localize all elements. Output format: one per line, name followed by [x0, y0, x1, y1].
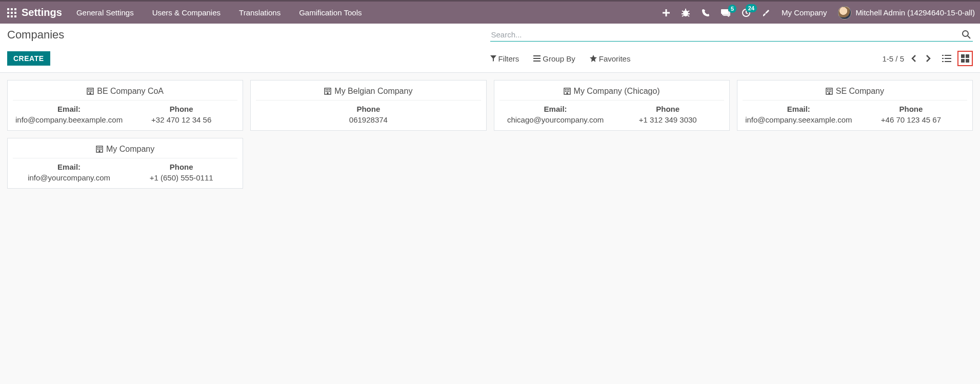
svg-rect-69	[99, 147, 100, 148]
company-card[interactable]: My Belgian CompanyPhone061928374	[250, 80, 486, 131]
svg-rect-22	[533, 55, 541, 56]
funnel-icon	[490, 55, 496, 62]
view-switcher	[939, 51, 973, 66]
svg-rect-24	[533, 60, 541, 62]
email-label: Email:	[13, 103, 125, 115]
svg-rect-60	[827, 89, 828, 90]
messaging-badge: 5	[728, 5, 736, 13]
menu-general-settings[interactable]: General Settings	[76, 8, 134, 17]
activities-badge: 24	[746, 4, 757, 12]
svg-rect-28	[945, 58, 951, 59]
filters-button[interactable]: Filters	[490, 54, 519, 63]
email-value: info@company.seexample.com	[743, 115, 855, 124]
company-card-title: My Company	[13, 143, 237, 158]
menu-translations[interactable]: Translations	[239, 8, 281, 17]
company-card-body: Email:info@company.beexample.comPhone+32…	[13, 103, 237, 124]
messaging-icon[interactable]: 5	[721, 9, 730, 17]
breadcrumb-title: Companies	[7, 28, 490, 42]
svg-rect-3	[7, 12, 9, 14]
phone-value: +46 70 123 45 67	[855, 115, 967, 124]
svg-rect-2	[14, 8, 16, 10]
svg-rect-41	[91, 91, 92, 92]
svg-rect-45	[327, 89, 328, 90]
company-card[interactable]: My CompanyEmail:info@yourcompany.comPhon…	[7, 138, 243, 189]
svg-rect-36	[88, 89, 89, 90]
company-name: My Company (Chicago)	[574, 87, 660, 96]
svg-rect-57	[568, 91, 569, 92]
svg-rect-5	[14, 12, 16, 14]
svg-rect-29	[942, 61, 944, 62]
svg-rect-61	[829, 89, 830, 90]
email-value: chicago@yourcompany.com	[499, 115, 612, 124]
user-name: Mitchell Admin (14294640-15-0-all)	[855, 8, 975, 17]
activities-icon[interactable]: 24	[742, 8, 751, 17]
company-card[interactable]: BE Company CoAEmail:info@company.beexamp…	[7, 80, 243, 131]
svg-rect-55	[565, 91, 566, 92]
user-menu[interactable]: Mitchell Admin (14294640-15-0-all)	[838, 6, 975, 19]
svg-rect-32	[966, 54, 969, 58]
building-icon	[564, 88, 571, 95]
apps-icon[interactable]	[7, 8, 16, 17]
svg-rect-34	[966, 59, 969, 63]
svg-rect-71	[97, 149, 98, 150]
search-icon[interactable]	[959, 28, 973, 41]
company-card-title: BE Company CoA	[13, 85, 237, 100]
groupby-label: Group By	[543, 54, 575, 63]
phone-value: +1 312 349 3030	[612, 115, 724, 124]
svg-rect-38	[91, 89, 92, 90]
svg-rect-62	[830, 89, 831, 90]
svg-rect-49	[329, 91, 330, 92]
email-value: info@yourcompany.com	[13, 173, 125, 182]
company-switcher[interactable]: My Company	[782, 8, 827, 17]
favorites-button[interactable]: Favorites	[590, 54, 631, 63]
create-button[interactable]: CREATE	[7, 51, 50, 66]
svg-rect-58	[566, 92, 568, 94]
phone-label: Phone	[125, 103, 237, 115]
company-card-body: Email:chicago@yourcompany.comPhone+1 312…	[499, 103, 724, 124]
company-card-body: Phone061928374	[256, 103, 481, 124]
menu-users-companies[interactable]: Users & Companies	[152, 8, 221, 17]
favorites-label: Favorites	[599, 54, 631, 63]
email-label: Email:	[13, 160, 125, 173]
svg-rect-52	[565, 89, 566, 90]
svg-rect-8	[14, 15, 16, 17]
company-card-body: Email:info@yourcompany.comPhone+1 (650) …	[13, 160, 237, 182]
svg-rect-73	[101, 149, 102, 150]
kanban-view-button[interactable]	[957, 51, 973, 66]
company-card-body: Email:info@company.seexample.comPhone+46…	[743, 103, 967, 124]
pager-prev[interactable]	[909, 53, 918, 64]
pager-next[interactable]	[924, 53, 933, 64]
app-brand[interactable]: Settings	[22, 7, 62, 18]
svg-rect-31	[961, 54, 965, 58]
email-label: Email:	[743, 103, 855, 115]
systray: 5 24 My Company Mitchell Admin (14294640…	[663, 6, 975, 19]
company-card-title: SE Company	[743, 85, 967, 100]
pager-value[interactable]: 1-5 / 5	[882, 54, 904, 63]
svg-rect-30	[945, 61, 951, 62]
svg-line-17	[682, 15, 684, 16]
nav-menu: General Settings Users & Companies Trans…	[76, 8, 362, 17]
phone-icon[interactable]	[702, 9, 710, 17]
svg-rect-33	[961, 59, 965, 63]
debug-icon[interactable]	[681, 9, 690, 17]
search-input[interactable]	[490, 28, 960, 41]
tools-icon[interactable]	[762, 9, 770, 17]
phone-label: Phone	[125, 160, 237, 173]
list-view-button[interactable]	[939, 51, 954, 66]
svg-rect-25	[942, 55, 944, 56]
new-icon[interactable]	[663, 9, 670, 16]
company-card[interactable]: SE CompanyEmail:info@company.seexample.c…	[737, 80, 973, 131]
svg-rect-47	[326, 91, 327, 92]
company-name: SE Company	[836, 87, 884, 96]
email-label: Email:	[499, 103, 612, 115]
company-card[interactable]: My Company (Chicago)Email:chicago@yourco…	[494, 80, 730, 131]
groupby-button[interactable]: Group By	[533, 54, 575, 63]
company-name: BE Company CoA	[97, 87, 164, 96]
building-icon	[87, 88, 94, 95]
svg-rect-65	[830, 91, 831, 92]
svg-rect-42	[90, 92, 91, 94]
svg-rect-6	[7, 15, 9, 17]
company-name: My Belgian Company	[334, 87, 412, 96]
svg-rect-39	[88, 91, 89, 92]
menu-gamification-tools[interactable]: Gamification Tools	[299, 8, 362, 17]
